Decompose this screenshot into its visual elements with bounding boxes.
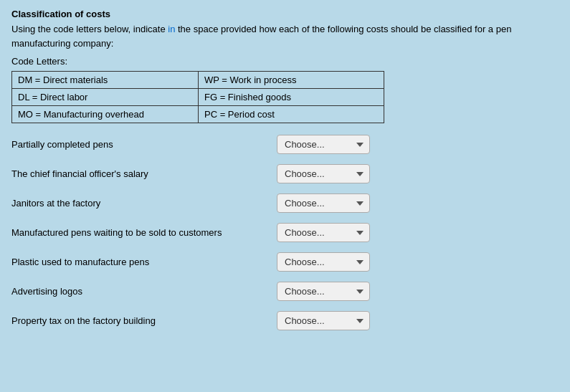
code-cell-pc: PC = Period cost — [199, 106, 384, 123]
code-cell-dl: DL = Direct labor — [12, 89, 199, 106]
cost-row-janitors-at-factory: Janitors at the factoryChoose...DM = Dir… — [11, 193, 559, 213]
page-description: Using the code letters below, indicate i… — [11, 22, 559, 50]
code-row-3: MO = Manufacturing overhead PC = Period … — [12, 106, 384, 123]
cost-row-chief-financial-officer-salary: The chief financial officer's salaryChoo… — [11, 164, 559, 183]
cost-rows-container: Partially completed pensChoose...DM = Di… — [11, 135, 559, 330]
cost-row-plastic-used-manufacture-pens: Plastic used to manufacture pensChoose..… — [11, 252, 559, 272]
code-cell-fg: FG = Finished goods — [199, 89, 384, 106]
cost-label-manufactured-pens-waiting: Manufactured pens waiting to be sold to … — [11, 227, 277, 238]
cost-label-plastic-used-manufacture-pens: Plastic used to manufacture pens — [11, 257, 277, 267]
cost-select-property-tax-factory[interactable]: Choose...DM = Direct materialsDL = Direc… — [277, 311, 370, 330]
code-row-1: DM = Direct materials WP = Work in proce… — [12, 72, 384, 89]
cost-select-chief-financial-officer-salary[interactable]: Choose...DM = Direct materialsDL = Direc… — [277, 164, 370, 183]
cost-row-advertising-logos: Advertising logosChoose...DM = Direct ma… — [11, 282, 559, 301]
cost-select-advertising-logos[interactable]: Choose...DM = Direct materialsDL = Direc… — [277, 282, 370, 301]
cost-label-partially-completed-pens: Partially completed pens — [11, 139, 277, 150]
page-container: Classification of costs Using the code l… — [11, 9, 559, 330]
page-title: Classification of costs — [11, 9, 559, 19]
cost-row-partially-completed-pens: Partially completed pensChoose...DM = Di… — [11, 135, 559, 154]
cost-select-manufactured-pens-waiting[interactable]: Choose...DM = Direct materialsDL = Direc… — [277, 223, 370, 242]
desc-part1: Using the code letters below, indicate — [11, 24, 168, 34]
cost-select-janitors-at-factory[interactable]: Choose...DM = Direct materialsDL = Direc… — [277, 193, 370, 213]
code-cell-wp: WP = Work in process — [199, 72, 384, 89]
cost-row-property-tax-factory: Property tax on the factory buildingChoo… — [11, 311, 559, 330]
cost-row-manufactured-pens-waiting: Manufactured pens waiting to be sold to … — [11, 223, 559, 242]
cost-label-janitors-at-factory: Janitors at the factory — [11, 198, 277, 209]
cost-label-advertising-logos: Advertising logos — [11, 286, 277, 297]
cost-select-partially-completed-pens[interactable]: Choose...DM = Direct materialsDL = Direc… — [277, 135, 370, 154]
desc-highlight: in — [168, 24, 175, 34]
code-letters-label: Code Letters: — [11, 56, 559, 67]
code-cell-mo: MO = Manufacturing overhead — [12, 106, 199, 123]
cost-select-plastic-used-manufacture-pens[interactable]: Choose...DM = Direct materialsDL = Direc… — [277, 252, 370, 272]
code-cell-dm: DM = Direct materials — [12, 72, 199, 89]
code-table: DM = Direct materials WP = Work in proce… — [11, 71, 384, 123]
code-row-2: DL = Direct labor FG = Finished goods — [12, 89, 384, 106]
cost-label-chief-financial-officer-salary: The chief financial officer's salary — [11, 168, 277, 179]
cost-label-property-tax-factory: Property tax on the factory building — [11, 315, 277, 326]
